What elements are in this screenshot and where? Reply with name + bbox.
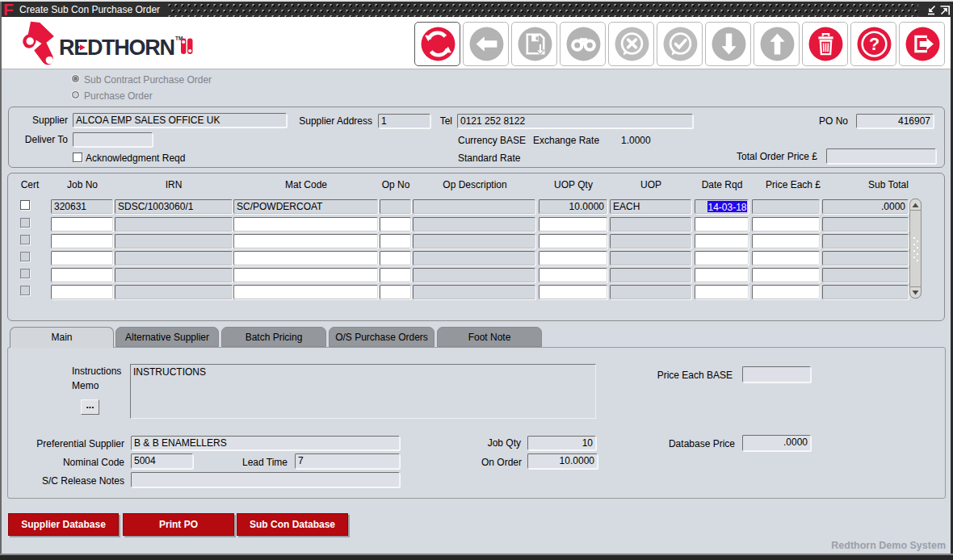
- svg-text:?: ?: [869, 35, 880, 54]
- svg-text:REDTHORN: REDTHORN: [59, 36, 174, 60]
